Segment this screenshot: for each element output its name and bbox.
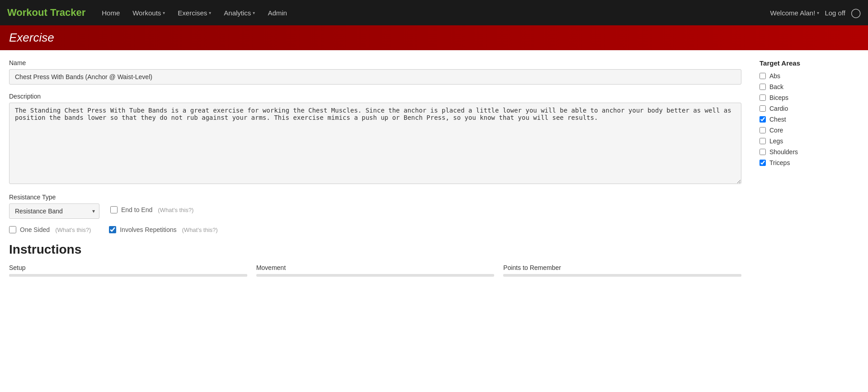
nav-item-workouts[interactable]: Workouts ▾ [127, 5, 170, 20]
nav-link-admin[interactable]: Admin [262, 5, 292, 20]
target-area-item: Cardio [760, 105, 859, 112]
end-to-end-checkbox[interactable] [110, 206, 118, 213]
target-area-item: Abs [760, 72, 859, 80]
navbar: Workout Tracker Home Workouts ▾ Exercise… [0, 0, 868, 25]
nav-link-workouts[interactable]: Workouts ▾ [127, 5, 170, 20]
nav-item-home[interactable]: Home [96, 5, 125, 20]
resistance-row: Resistance Type Resistance BandBody Weig… [9, 194, 741, 219]
one-sided-checkbox[interactable] [9, 226, 16, 233]
end-to-end-item: End to End (What's this?) [110, 206, 193, 213]
description-textarea[interactable] [9, 103, 741, 184]
target-area-label: Abs [769, 72, 780, 80]
resistance-type-select-wrapper: Resistance BandBody WeightCableDumbbellB… [9, 203, 99, 219]
setup-bar [9, 274, 247, 277]
page-header: Exercise [0, 25, 868, 50]
description-label: Description [9, 93, 741, 100]
target-area-item: Back [760, 83, 859, 90]
target-area-checkbox-abs[interactable] [760, 73, 766, 79]
end-to-end-label: End to End [121, 206, 152, 213]
points-label: Points to Remember [503, 264, 741, 271]
logoff-link[interactable]: Log off [825, 9, 845, 17]
resistance-type-select[interactable]: Resistance BandBody WeightCableDumbbellB… [9, 203, 99, 219]
one-sided-item: One Sided (What's this?) [9, 226, 91, 233]
exercises-caret-icon: ▾ [209, 10, 211, 15]
end-to-end-row: End to End (What's this?) [110, 194, 193, 213]
involves-reps-label: Involves Repetitions [120, 226, 176, 233]
target-area-checkbox-chest[interactable] [760, 116, 766, 123]
target-area-item: Legs [760, 137, 859, 145]
welcome-caret-icon: ▾ [817, 10, 819, 15]
analytics-caret-icon: ▾ [253, 10, 255, 15]
movement-bar [256, 274, 495, 277]
target-area-checkbox-shoulders[interactable] [760, 149, 766, 155]
nav-item-analytics[interactable]: Analytics ▾ [218, 5, 260, 20]
name-label: Name [9, 59, 741, 66]
involves-reps-whats-this[interactable]: (What's this?) [182, 227, 218, 233]
end-to-end-whats-this[interactable]: (What's this?) [158, 207, 193, 213]
one-sided-label: One Sided [20, 226, 50, 233]
nav-item-admin[interactable]: Admin [262, 5, 292, 20]
involves-reps-checkbox[interactable] [109, 226, 116, 233]
name-input[interactable] [9, 69, 741, 85]
target-area-checkbox-legs[interactable] [760, 138, 766, 144]
target-area-checkbox-cardio[interactable] [760, 105, 766, 112]
form-section: Name Description Resistance Type Resista… [9, 59, 741, 277]
target-area-label: Chest [769, 116, 786, 123]
resistance-type-label: Resistance Type [9, 194, 99, 201]
points-bar [503, 274, 741, 277]
target-area-label: Back [769, 83, 783, 90]
page-title: Exercise [9, 31, 859, 45]
checkboxes-row: One Sided (What's this?) Involves Repeti… [9, 226, 741, 233]
target-area-label: Biceps [769, 94, 788, 101]
target-area-label: Legs [769, 137, 783, 145]
instructions-title: Instructions [9, 242, 741, 257]
target-area-checkbox-triceps[interactable] [760, 160, 766, 166]
target-areas-title: Target Areas [760, 59, 859, 67]
workouts-caret-icon: ▾ [163, 10, 165, 15]
instructions-cols: Setup Movement Points to Remember [9, 264, 741, 277]
target-area-label: Core [769, 127, 783, 134]
description-group: Description [9, 93, 741, 185]
app-brand[interactable]: Workout Tracker [7, 7, 85, 19]
target-area-item: Core [760, 127, 859, 134]
nav-link-analytics[interactable]: Analytics ▾ [218, 5, 260, 20]
movement-col: Movement [256, 264, 495, 277]
navbar-right: Welcome Alan! ▾ Log off ◯ [770, 7, 861, 18]
nav-link-exercises[interactable]: Exercises ▾ [172, 5, 217, 20]
target-area-checkbox-biceps[interactable] [760, 94, 766, 101]
target-area-label: Cardio [769, 105, 788, 112]
resistance-type-group: Resistance Type Resistance BandBody Weig… [9, 194, 99, 219]
target-area-checkbox-core[interactable] [760, 127, 766, 133]
name-group: Name [9, 59, 741, 85]
target-area-item: Chest [760, 116, 859, 123]
github-icon[interactable]: ◯ [851, 7, 861, 18]
main-content: Name Description Resistance Type Resista… [0, 50, 868, 286]
nav-item-exercises[interactable]: Exercises ▾ [172, 5, 217, 20]
nav-menu: Home Workouts ▾ Exercises ▾ Analytics ▾ … [96, 5, 770, 20]
target-area-checkbox-back[interactable] [760, 84, 766, 90]
movement-label: Movement [256, 264, 495, 271]
target-areas-list: AbsBackBicepsCardioChestCoreLegsShoulder… [760, 72, 859, 166]
points-col: Points to Remember [503, 264, 741, 277]
target-area-item: Triceps [760, 159, 859, 166]
target-area-label: Shoulders [769, 148, 798, 156]
target-area-item: Biceps [760, 94, 859, 101]
instructions-section: Instructions Setup Movement Points to Re… [9, 242, 741, 277]
setup-label: Setup [9, 264, 247, 271]
nav-link-home[interactable]: Home [96, 5, 125, 20]
involves-reps-item: Involves Repetitions (What's this?) [109, 226, 217, 233]
one-sided-whats-this[interactable]: (What's this?) [55, 227, 91, 233]
setup-col: Setup [9, 264, 247, 277]
welcome-text[interactable]: Welcome Alan! ▾ [770, 9, 820, 17]
target-area-label: Triceps [769, 159, 790, 166]
target-area-item: Shoulders [760, 148, 859, 156]
target-areas-section: Target Areas AbsBackBicepsCardioChestCor… [760, 59, 859, 277]
